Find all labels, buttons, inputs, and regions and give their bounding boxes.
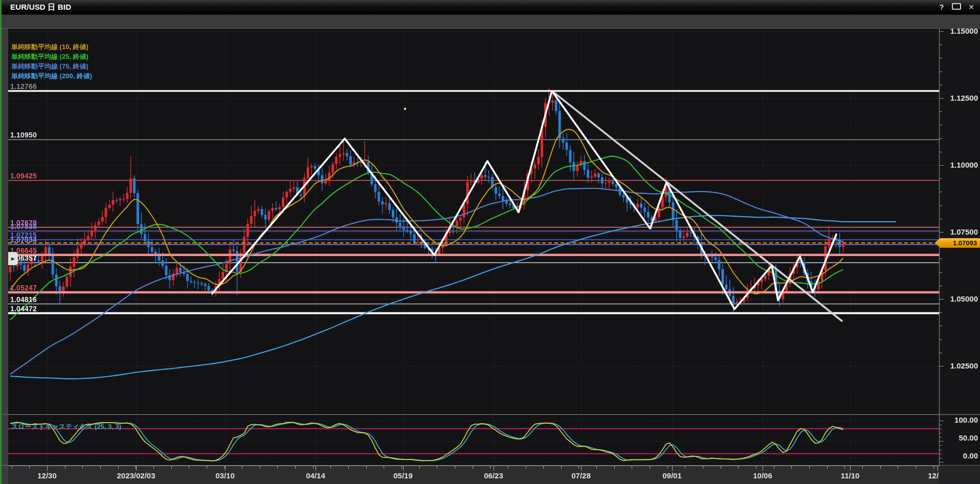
price-line-label: 1.10950 (10, 131, 37, 139)
help-button[interactable]: ? (937, 3, 946, 11)
side-panel-expand-button[interactable]: ▶ (8, 252, 18, 265)
sma-legend-row-75[interactable]: 単純移動平均線 (75, 終値) (11, 61, 92, 71)
price-axis-label: 1.02500 (941, 361, 978, 370)
stoch-axis-label: 50.00 (941, 433, 978, 442)
close-button[interactable]: ✕ (967, 3, 976, 11)
time-axis-label: 06/23 (484, 471, 503, 480)
time-axis-label: 09/01 (662, 471, 682, 480)
title-bar-buttons: ? ✕ (937, 0, 976, 14)
time-axis[interactable]: 12/302023/02/0303/1004/1405/1906/2307/28… (8, 466, 939, 484)
time-axis-label: 2023/02/03 (117, 471, 155, 480)
time-axis-label: 12/30 (37, 471, 57, 480)
maximize-button[interactable] (952, 3, 961, 11)
price-line-label: 1.12766 (10, 82, 37, 90)
sma-legend: 単純移動平均線 (10, 終値) 単純移動平均線 (25, 終値) 単純移動平均… (11, 42, 92, 81)
collapsed-toolbar-strip (0, 14, 980, 29)
restore-window-icon (952, 3, 961, 10)
time-axis-label: 07/28 (571, 471, 591, 480)
price-line-label: 1.05247 (10, 284, 37, 292)
price-line-label: 1.07034 (10, 236, 37, 244)
title-bar[interactable]: EUR/USD 日 BID ? ✕ (0, 0, 980, 14)
price-axis-label: 1.05000 (941, 294, 978, 303)
sma-legend-row-25[interactable]: 単純移動平均線 (25, 終値) (11, 52, 92, 61)
time-axis-label: 12/15 (928, 471, 939, 480)
price-line-label: 1.09425 (10, 172, 37, 180)
time-axis-label: 03/10 (215, 471, 235, 480)
time-axis-label: 10/06 (753, 471, 772, 480)
chart-canvas[interactable] (0, 0, 980, 484)
stochastic-legend[interactable]: スローストキャスティクス (25, 3, 3) (11, 422, 121, 431)
sma-legend-row-10[interactable]: 単純移動平均線 (10, 終値) (11, 42, 92, 52)
price-axis-label: 1.10000 (941, 160, 978, 169)
price-axis-label: 1.12500 (941, 94, 978, 102)
sma-legend-row-200[interactable]: 単純移動平均線 (200, 終値) (11, 71, 92, 81)
current-price-tag: 1.07093 (934, 238, 980, 248)
stoch-axis-label: 0.00 (941, 451, 978, 460)
price-axis-label: 1.07500 (941, 227, 978, 236)
time-axis-label: 11/10 (841, 471, 860, 480)
price-line-label: 1.07538 (10, 222, 37, 231)
time-axis-label: 05/19 (393, 471, 413, 480)
time-axis-label: 04/14 (306, 471, 325, 480)
stoch-axis-label: 100.00 (941, 416, 978, 424)
price-line-label: 1.04816 (10, 295, 37, 304)
price-line-label: 1.04472 (10, 305, 37, 313)
window-title: EUR/USD 日 BID (10, 3, 71, 12)
window-edge-highlight (0, 0, 2, 484)
trading-app-window: EUR/USD 日 BID ? ✕ ▼ ▶ 単純移動平均線 (10, 終値) 単… (0, 0, 980, 484)
